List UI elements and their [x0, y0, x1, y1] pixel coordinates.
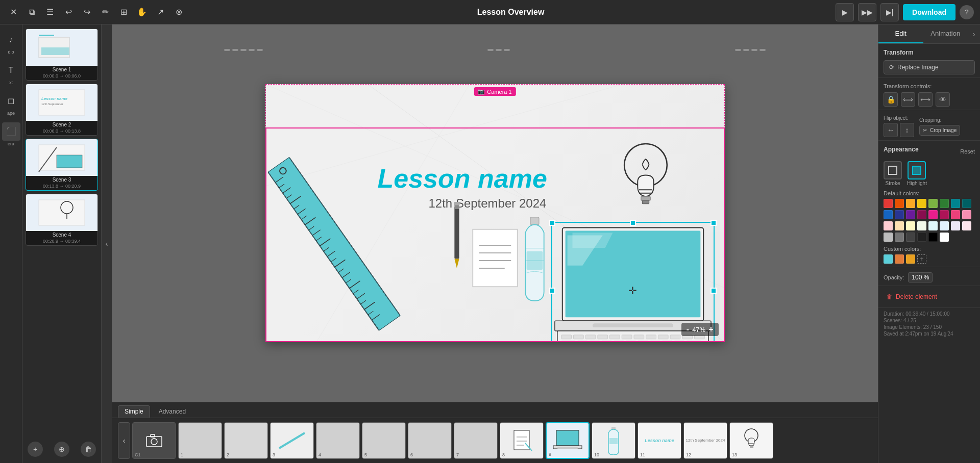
color-swatch[interactable]: [906, 221, 915, 230]
timeline-thumb-12[interactable]: 12th September 2024 12: [683, 422, 727, 459]
flip-horizontal-button[interactable]: ↔: [884, 123, 898, 137]
color-swatch[interactable]: [917, 210, 926, 219]
select-icon[interactable]: ↗: [153, 5, 167, 19]
download-button[interactable]: Download: [903, 4, 955, 20]
color-swatch[interactable]: [940, 210, 949, 219]
panel-expand-arrow[interactable]: ›: [968, 24, 980, 43]
color-swatch[interactable]: [884, 233, 893, 242]
timeline-thumb-1[interactable]: 1: [178, 422, 222, 459]
highlight-option[interactable]: Highlight: [907, 161, 927, 186]
color-swatch[interactable]: [895, 199, 904, 208]
color-swatch[interactable]: [917, 199, 926, 208]
delete-element-button[interactable]: 🗑 Delete element: [884, 290, 975, 303]
tool-camera[interactable]: ⬛ era: [0, 120, 22, 149]
handle-top-right[interactable]: [710, 220, 717, 226]
undo-icon[interactable]: ↩: [61, 5, 76, 19]
play-button-1[interactable]: ▶: [836, 3, 854, 21]
timeline-scroll-left[interactable]: ‹: [118, 422, 130, 459]
tab-advanced[interactable]: Advanced: [152, 405, 192, 418]
timeline-thumb-9[interactable]: 9: [546, 422, 590, 459]
color-swatch[interactable]: [906, 210, 915, 219]
draw-icon[interactable]: ✏: [98, 5, 112, 19]
color-swatch[interactable]: [928, 199, 938, 208]
color-swatch[interactable]: [962, 221, 971, 230]
tc-eye-button[interactable]: 👁: [936, 92, 950, 107]
color-swatch[interactable]: [940, 199, 949, 208]
custom-color-swatch[interactable]: [906, 254, 915, 264]
color-swatch[interactable]: [951, 210, 960, 219]
tab-simple[interactable]: Simple: [118, 405, 150, 418]
tc-flip-v-button[interactable]: ⟷: [918, 92, 933, 107]
timeline-thumb-7[interactable]: 7: [454, 422, 498, 459]
crop-image-button[interactable]: ✂ Crop Image: [919, 125, 960, 136]
scene-card-4[interactable]: Scene 4 00:20.9 → 00:39.4: [26, 194, 98, 246]
custom-color-swatch[interactable]: [895, 254, 904, 264]
scene-card-3[interactable]: Scene 3 00:13.8 → 00:20.9: [26, 139, 98, 191]
color-swatch[interactable]: [928, 221, 938, 230]
duplicate-icon[interactable]: ⧉: [24, 5, 39, 19]
redo-icon[interactable]: ↪: [80, 5, 94, 19]
add-scene-after-button[interactable]: ⊕: [54, 442, 69, 457]
opacity-value[interactable]: 100 %: [908, 272, 933, 282]
color-swatch[interactable]: [906, 199, 915, 208]
color-swatch[interactable]: [962, 199, 971, 208]
collapse-panel-button[interactable]: ‹: [102, 24, 112, 463]
timeline-thumb-13[interactable]: 13: [729, 422, 773, 459]
timeline-thumb-8[interactable]: 8: [500, 422, 544, 459]
tc-lock-button[interactable]: 🔒: [884, 92, 898, 107]
close-icon[interactable]: ✕: [6, 5, 20, 19]
timeline-thumb-c1[interactable]: C1: [132, 422, 176, 459]
help-button[interactable]: ?: [960, 5, 974, 19]
timeline-thumb-10[interactable]: 10: [592, 422, 635, 459]
lesson-name-text[interactable]: Lesson name: [378, 163, 547, 194]
tc-flip-h-button[interactable]: ⟺: [901, 92, 915, 107]
tool-audio[interactable]: ♪ dio: [0, 29, 22, 57]
tab-edit[interactable]: Edit: [878, 24, 923, 43]
timeline-thumb-3[interactable]: 3: [270, 422, 314, 459]
handle-middle-left[interactable]: [549, 288, 555, 294]
canvas-slide[interactable]: 📷 Camera 1 Lesson name 12th September 20…: [265, 84, 725, 342]
handle-middle-right[interactable]: [710, 288, 717, 294]
add-custom-color-button[interactable]: +: [917, 254, 926, 264]
tool-shapes[interactable]: ◻ ape: [0, 90, 22, 118]
color-swatch[interactable]: [884, 199, 893, 208]
color-swatch[interactable]: [917, 233, 926, 242]
grid-icon[interactable]: ⊞: [116, 5, 131, 19]
handle-top-middle[interactable]: [630, 220, 636, 226]
color-swatch[interactable]: [884, 210, 893, 219]
flip-vertical-button[interactable]: ↕: [900, 123, 914, 137]
color-swatch[interactable]: [928, 233, 938, 242]
templates-icon[interactable]: ☰: [43, 5, 57, 19]
color-swatch[interactable]: [884, 221, 893, 230]
pan-icon[interactable]: ✋: [135, 5, 149, 19]
color-swatch[interactable]: [962, 210, 971, 219]
color-swatch[interactable]: [895, 221, 904, 230]
color-swatch[interactable]: [917, 221, 926, 230]
color-swatch[interactable]: [928, 210, 938, 219]
color-swatch[interactable]: [951, 221, 960, 230]
scene-card-2[interactable]: Lesson name 12th September Scene 2 00:06…: [26, 84, 98, 136]
move-handle[interactable]: ✛: [628, 285, 637, 297]
tab-animation[interactable]: Animation: [923, 24, 968, 43]
color-swatch[interactable]: [940, 233, 949, 242]
timeline-thumb-5[interactable]: 5: [362, 422, 406, 459]
delete-scene-button[interactable]: 🗑: [81, 442, 96, 457]
add-scene-button[interactable]: +: [28, 442, 43, 457]
color-swatch[interactable]: [895, 233, 904, 242]
timeline-thumb-11[interactable]: Lesson name 11: [638, 422, 681, 459]
more-icon[interactable]: ⊗: [172, 5, 186, 19]
color-swatch[interactable]: [940, 221, 949, 230]
color-swatch[interactable]: [895, 210, 904, 219]
zoom-plus-button[interactable]: +: [708, 325, 713, 334]
timeline-thumb-2[interactable]: 2: [224, 422, 268, 459]
stroke-option[interactable]: Stroke: [884, 161, 902, 186]
play-button-3[interactable]: ▶|: [880, 3, 899, 21]
canvas-wrapper[interactable]: 📷 Camera 1 Lesson name 12th September 20…: [112, 24, 878, 402]
replace-image-button[interactable]: ⟳ Replace Image: [884, 60, 975, 74]
zoom-minus-button[interactable]: -: [687, 325, 689, 334]
play-button-2[interactable]: ▶▶: [858, 3, 876, 21]
tool-text[interactable]: T xt: [0, 59, 22, 88]
scene-card-1[interactable]: Scene 1 00:00.0 → 00:06.0: [26, 29, 98, 81]
handle-top-left[interactable]: [549, 220, 555, 226]
color-swatch[interactable]: [951, 199, 960, 208]
